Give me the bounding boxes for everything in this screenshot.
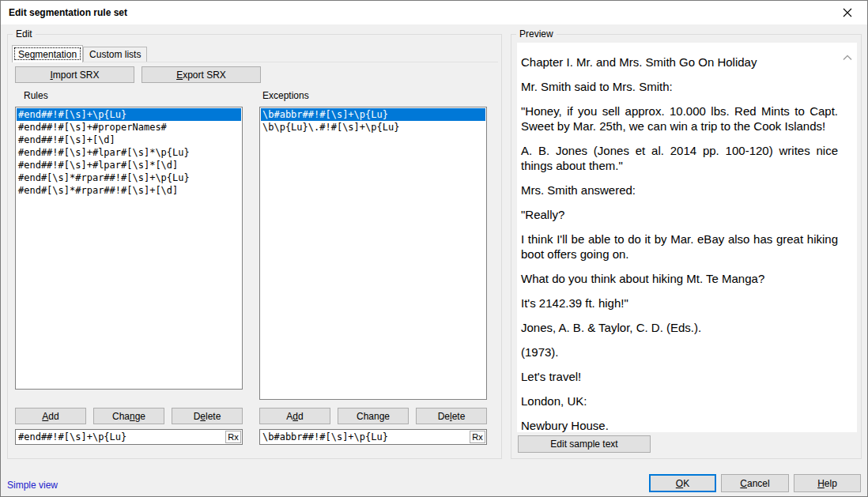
edit-sample-text-button[interactable]: Edit sample text (518, 435, 651, 453)
exceptions-delete-button[interactable]: Delete (416, 408, 487, 424)
preview-paragraph: Let's travel! (521, 369, 838, 384)
exceptions-list-item[interactable]: \b\p{Lu}\.#!#[\s]+\p{Lu} (261, 121, 485, 134)
rules-rule-input[interactable] (16, 431, 225, 443)
exceptions-listbox[interactable]: \b#abbr##!#[\s]+\p{Lu}\b\p{Lu}\.#!#[\s]+… (259, 107, 487, 400)
preview-paragraphs: Chapter I. Mr. and Mrs. Smith Go On Holi… (517, 43, 857, 432)
edit-group: Edit Segmentation Custom lists Import SR… (7, 34, 502, 459)
preview-group: Preview Chapter I. Mr. and Mrs. Smith Go… (511, 34, 862, 459)
rules-change-button[interactable]: Change (93, 408, 164, 424)
rules-label: Rules (24, 90, 48, 101)
exceptions-input-wrapper: Rx (259, 429, 487, 445)
rules-list-item[interactable]: #end##!#[\s]+[\d] (17, 134, 241, 146)
rules-delete-button[interactable]: Delete (172, 408, 243, 424)
rules-list-item[interactable]: #end#[\s]*#rpar##!#[\s]+[\d] (17, 184, 241, 197)
window-title: Edit segmentation rule set (9, 7, 127, 18)
rules-list-item[interactable]: #end##!#[\s]+#lpar#[\s]*[\d] (17, 159, 241, 171)
tabstrip: Segmentation Custom lists (12, 45, 498, 62)
tab-segmentation[interactable]: Segmentation (12, 45, 83, 62)
import-srx-button[interactable]: Import SRX (15, 66, 134, 83)
close-icon (843, 8, 852, 20)
export-srx-button[interactable]: Export SRX (142, 66, 261, 83)
preview-paragraph: "Honey, if you sell approx. 10.000 lbs. … (521, 104, 838, 134)
simple-view-link[interactable]: Simple view (7, 480, 58, 491)
exceptions-regex-button[interactable]: Rx (470, 431, 485, 443)
rules-list-item[interactable]: #end##!#[\s]+\p{Lu} (17, 108, 241, 121)
preview-paragraph: I think I'll be able to do it by Mar. eB… (521, 232, 838, 262)
exceptions-change-button[interactable]: Change (338, 408, 409, 424)
exceptions-list-item[interactable]: \b#abbr##!#[\s]+\p{Lu} (261, 108, 485, 121)
preview-paragraph: Newbury House. (521, 418, 838, 432)
rules-list-item[interactable]: #end#[\s]*#rpar##!#[\s]+\p{Lu} (17, 171, 241, 184)
preview-paragraph: Mr. Smith said to Mrs. Smith: (521, 79, 838, 94)
preview-paragraph: Chapter I. Mr. and Mrs. Smith Go On Holi… (521, 55, 838, 70)
rules-add-button[interactable]: Add (15, 408, 86, 424)
preview-paragraph: London, UK: (521, 393, 838, 409)
rules-list-item[interactable]: #end##!#[\s]+#properNames# (17, 121, 241, 134)
preview-paragraph: What do you think about hiking Mt. Te Ma… (521, 271, 838, 286)
titlebar: Edit segmentation rule set (1, 1, 867, 24)
edit-group-label: Edit (13, 28, 36, 40)
preview-paragraph: Jones, A. B. & Taylor, C. D. (Eds.). (521, 320, 838, 335)
rules-list-item[interactable]: #end##!#[\s]+#lpar#[\s]*\p{Lu} (17, 146, 241, 159)
preview-paragraph: It's 2142.39 ft. high!" (521, 296, 838, 311)
exceptions-rule-input[interactable] (260, 431, 470, 443)
scroll-up-icon[interactable] (842, 52, 853, 63)
preview-paragraph: (1973). (521, 345, 838, 360)
ok-button[interactable]: OK (649, 474, 716, 492)
rules-regex-button[interactable]: Rx (225, 431, 241, 443)
exceptions-add-button[interactable]: Add (259, 408, 330, 424)
tab-custom-lists[interactable]: Custom lists (83, 47, 147, 62)
preview-group-label: Preview (516, 28, 557, 40)
rules-listbox[interactable]: #end##!#[\s]+\p{Lu}#end##!#[\s]+#properN… (15, 107, 243, 390)
preview-paragraph: Mrs. Smith answered: (521, 183, 838, 198)
preview-sample-text-area[interactable]: Chapter I. Mr. and Mrs. Smith Go On Holi… (517, 43, 857, 432)
preview-paragraph: A. B. Jones (Jones et al. 2014 pp. 100-1… (521, 143, 838, 173)
close-button[interactable] (836, 6, 859, 21)
preview-paragraph: "Really? (521, 207, 838, 222)
help-button[interactable]: Help (794, 474, 861, 492)
rules-input-wrapper: Rx (15, 429, 243, 445)
cancel-button[interactable]: Cancel (721, 474, 789, 492)
edit-segmentation-rule-set-dialog: Edit segmentation rule set Edit Segmenta… (0, 0, 868, 497)
exceptions-label: Exceptions (262, 90, 309, 101)
